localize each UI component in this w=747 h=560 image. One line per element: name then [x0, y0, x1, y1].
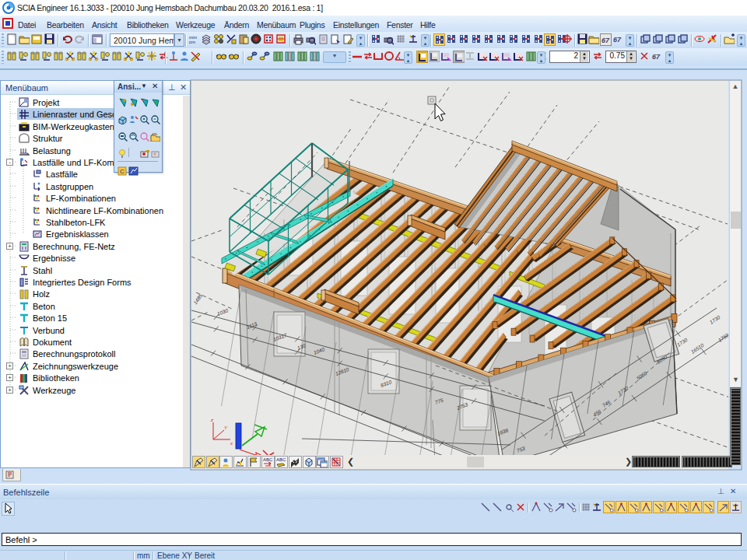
svg-text:z: z — [210, 418, 213, 422]
svg-text:ABC: ABC — [263, 457, 273, 462]
svg-text:ABC: ABC — [276, 457, 286, 462]
